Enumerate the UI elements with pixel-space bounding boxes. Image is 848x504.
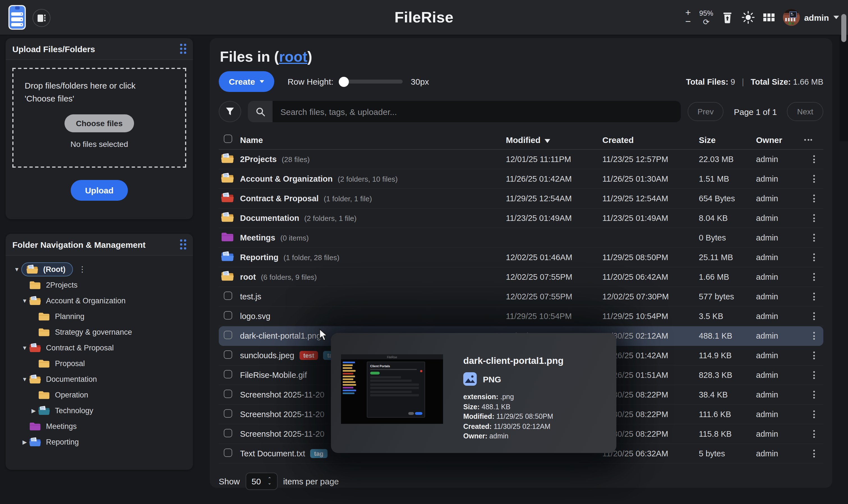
row-actions-kebab-icon[interactable] <box>804 195 823 202</box>
table-row-account-organization[interactable]: Account & Organization(2 folders, 10 fil… <box>219 169 823 189</box>
prev-page-button[interactable]: Prev <box>687 102 724 121</box>
slider-thumb[interactable] <box>339 76 349 87</box>
table-row-contract-proposal[interactable]: Contract & Proposal(1 folder, 1 file)11/… <box>219 189 823 209</box>
columns-menu-icon[interactable] <box>804 139 823 141</box>
row-actions-kebab-icon[interactable] <box>804 273 823 281</box>
root-breadcrumb-link[interactable]: root <box>279 48 307 65</box>
table-row-reporting[interactable]: Reporting(1 folder, 28 files)12/02/25 01… <box>219 248 823 267</box>
row-actions-kebab-icon[interactable] <box>804 293 823 301</box>
tree-caret-icon[interactable]: ▼ <box>12 266 21 272</box>
file-name[interactable]: FileRise-Mobile.gif <box>240 371 307 380</box>
tree-item-operation[interactable]: Operation <box>10 387 189 402</box>
row-checkbox[interactable] <box>224 311 232 320</box>
file-name[interactable]: Screenshot 2025-11-20 <box>240 390 324 399</box>
row-actions-kebab-icon[interactable] <box>804 391 823 399</box>
row-checkbox[interactable] <box>224 350 232 359</box>
tree-item-technology[interactable]: ▶Technology <box>10 402 189 418</box>
tree-caret-icon[interactable]: ▼ <box>20 376 29 382</box>
select-all-checkbox[interactable] <box>224 134 232 143</box>
file-name[interactable]: Reporting <box>240 253 279 262</box>
file-name[interactable]: 2Projects <box>240 155 277 164</box>
user-menu[interactable]: admin <box>783 9 839 26</box>
row-checkbox[interactable] <box>224 370 232 378</box>
tree-item--root-[interactable]: ▼(Root)⋮ <box>10 261 189 277</box>
tree-item-account-organization[interactable]: ▼Account & Organization <box>10 293 189 308</box>
row-actions-kebab-icon[interactable] <box>804 450 823 457</box>
row-actions-kebab-icon[interactable] <box>804 352 823 359</box>
file-name[interactable]: logo.svg <box>240 312 270 321</box>
trash-restore-icon[interactable] <box>722 11 733 23</box>
tag-badge[interactable]: test <box>300 351 318 360</box>
row-checkbox[interactable] <box>224 429 232 437</box>
row-actions-kebab-icon[interactable] <box>804 371 823 379</box>
file-name[interactable]: sunclouds.jpeg <box>240 351 295 360</box>
tree-item-meetings[interactable]: Meetings <box>10 418 189 434</box>
tag-badge[interactable]: tag <box>310 449 327 458</box>
tree-item-2projects[interactable]: 2Projects <box>10 277 189 293</box>
selected-folder-pill[interactable]: (Root) <box>21 262 73 276</box>
create-button[interactable]: Create <box>219 71 274 92</box>
tree-item-reporting[interactable]: ▶Reporting <box>10 434 189 450</box>
col-name[interactable]: Name <box>240 135 506 144</box>
table-row-meetings[interactable]: Meetings(0 items)0 Bytesadmin <box>219 228 823 248</box>
table-row-test-js[interactable]: test.js12/02/25 07:55PM12/02/25 07:30PM5… <box>219 287 823 307</box>
next-page-button[interactable]: Next <box>787 102 823 121</box>
tree-caret-icon[interactable]: ▶ <box>29 407 38 413</box>
file-name[interactable]: Text Document.txt <box>240 449 305 458</box>
col-modified[interactable]: Modified <box>506 135 602 144</box>
file-name[interactable]: Screenshot 2025-11-20 <box>240 429 324 438</box>
folder-menu-kebab-icon[interactable]: ⋮ <box>78 265 86 274</box>
file-name[interactable]: dark-client-portal1.png <box>240 331 321 340</box>
tree-caret-icon[interactable]: ▶ <box>20 439 29 445</box>
search-input[interactable] <box>272 101 681 122</box>
row-checkbox[interactable] <box>224 409 232 418</box>
file-name[interactable]: Contract & Proposal <box>240 194 319 203</box>
zoom-in-button[interactable]: + <box>685 10 691 16</box>
tree-item-documentation[interactable]: ▼Documentation <box>10 371 189 387</box>
row-height-slider[interactable] <box>340 79 403 84</box>
tree-caret-icon[interactable]: ▼ <box>20 298 29 304</box>
file-name[interactable]: Meetings <box>240 233 276 242</box>
filter-button[interactable] <box>219 101 241 122</box>
tree-item-planning[interactable]: Planning <box>10 308 189 324</box>
tree-item-strategy-governance[interactable]: Strategy & governance <box>10 324 189 340</box>
row-checkbox[interactable] <box>224 449 232 457</box>
drag-handle-icon[interactable] <box>180 44 186 54</box>
row-checkbox[interactable] <box>224 331 232 339</box>
file-name[interactable]: Documentation <box>240 214 299 222</box>
table-row-2projects[interactable]: 2Projects(28 files)12/01/25 11:11PM11/23… <box>219 150 823 169</box>
row-actions-kebab-icon[interactable] <box>804 253 823 261</box>
refresh-icon[interactable]: ⟳ <box>703 18 709 25</box>
upload-button[interactable]: Upload <box>70 180 128 201</box>
zoom-out-button[interactable]: − <box>685 18 691 25</box>
drag-handle-icon[interactable] <box>180 239 186 250</box>
tree-item-proposal[interactable]: Proposal <box>10 356 189 371</box>
upload-dropzone[interactable]: Drop files/folders here or click 'Choose… <box>12 68 186 168</box>
file-name[interactable]: test.js <box>240 292 261 301</box>
choose-files-button[interactable]: Choose files <box>65 114 134 132</box>
table-row-root[interactable]: root(6 folders, 9 files)12/02/25 07:55PM… <box>219 267 823 287</box>
col-owner[interactable]: Owner <box>756 135 804 144</box>
row-actions-kebab-icon[interactable] <box>804 430 823 438</box>
table-row-documentation[interactable]: Documentation(2 folders, 1 file)11/23/25… <box>219 209 823 228</box>
row-actions-kebab-icon[interactable] <box>804 155 823 163</box>
row-actions-kebab-icon[interactable] <box>804 312 823 320</box>
scrollbar-thumb[interactable] <box>841 14 846 42</box>
apps-grid-icon[interactable] <box>763 12 775 23</box>
row-checkbox[interactable] <box>224 291 232 300</box>
items-per-page-select[interactable]: 50 ⌃⌄ <box>245 473 278 490</box>
row-actions-kebab-icon[interactable] <box>804 410 823 418</box>
theme-toggle-sun-icon[interactable] <box>741 11 755 24</box>
row-checkbox[interactable] <box>224 390 232 398</box>
row-actions-kebab-icon[interactable] <box>804 175 823 183</box>
tree-caret-icon[interactable]: ▼ <box>20 344 29 351</box>
file-name[interactable]: root <box>240 272 256 282</box>
row-actions-kebab-icon[interactable] <box>804 332 823 340</box>
file-name[interactable]: Screenshot 2025-11-20 <box>240 410 324 419</box>
file-name[interactable]: Account & Organization <box>240 174 333 183</box>
table-row-logo-svg[interactable]: logo.svg11/29/25 10:54PM11/29/25 10:54PM… <box>219 307 823 326</box>
tree-item-contract-proposal[interactable]: ▼Contract & Proposal <box>10 340 189 356</box>
scrollbar-track[interactable] <box>840 35 848 141</box>
col-created[interactable]: Created <box>602 135 699 144</box>
col-size[interactable]: Size <box>699 135 756 144</box>
